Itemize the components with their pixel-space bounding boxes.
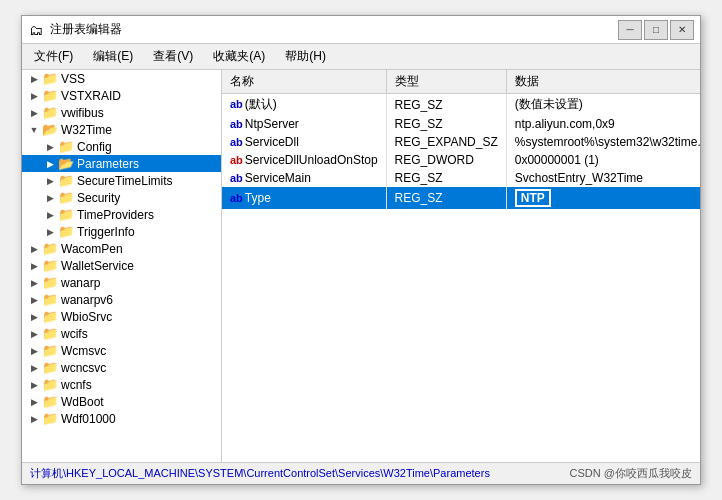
folder-open-icon-parameters: 📂 [58,156,74,171]
tree-arrow-timeproviders: ▶ [42,210,58,220]
tree-item-security[interactable]: ▶ 📁 Security [22,189,221,206]
reg-type-icon: ab [230,154,243,166]
main-content: ▶ 📁 VSS ▶ 📁 VSTXRAID ▶ 📁 vwifibus ▼ 📂 W3… [22,70,700,462]
menu-view[interactable]: 查看(V) [145,46,201,67]
cell-data: 0x00000001 (1) [506,151,700,169]
tree-item-wdboot[interactable]: ▶ 📁 WdBoot [22,393,221,410]
menu-help[interactable]: 帮助(H) [277,46,334,67]
tree-item-wcifs[interactable]: ▶ 📁 wcifs [22,325,221,342]
menu-edit[interactable]: 编辑(E) [85,46,141,67]
table-row[interactable]: abServiceDllUnloadOnStopREG_DWORD0x00000… [222,151,700,169]
tree-item-vstxraid[interactable]: ▶ 📁 VSTXRAID [22,87,221,104]
status-watermark: CSDN @你咬西瓜我咬皮 [570,466,692,481]
table-row[interactable]: abTypeREG_SZNTP [222,187,700,209]
folder-icon-wcifs: 📁 [42,326,58,341]
tree-item-triggerinfo[interactable]: ▶ 📁 TriggerInfo [22,223,221,240]
table-row[interactable]: abServiceDllREG_EXPAND_SZ%systemroot%\sy… [222,133,700,151]
title-bar-controls: ─ □ ✕ [618,20,694,40]
tree-label-wcncsvc: wcncsvc [61,361,106,375]
tree-arrow-wdf01000: ▶ [26,414,42,424]
folder-open-icon-w32time: 📂 [42,122,58,137]
tree-label-wanarpv6: wanarpv6 [61,293,113,307]
registry-tree: ▶ 📁 VSS ▶ 📁 VSTXRAID ▶ 📁 vwifibus ▼ 📂 W3… [22,70,222,462]
column-header-data[interactable]: 数据 [506,70,700,94]
cell-name: abServiceMain [222,169,386,187]
maximize-button[interactable]: □ [644,20,668,40]
cell-type: REG_SZ [386,187,506,209]
table-row[interactable]: abServiceMainREG_SZSvchostEntry_W32Time [222,169,700,187]
tree-item-parameters[interactable]: ▶ 📂 Parameters [22,155,221,172]
folder-icon-wanarp: 📁 [42,275,58,290]
cell-name: abType [222,187,386,209]
tree-item-w32time[interactable]: ▼ 📂 W32Time [22,121,221,138]
menu-favorites[interactable]: 收藏夹(A) [205,46,273,67]
tree-item-wcnfs[interactable]: ▶ 📁 wcnfs [22,376,221,393]
tree-item-wanarpv6[interactable]: ▶ 📁 wanarpv6 [22,291,221,308]
tree-arrow-wcnfs: ▶ [26,380,42,390]
tree-item-wdf01000[interactable]: ▶ 📁 Wdf01000 [22,410,221,427]
folder-icon-walletservice: 📁 [42,258,58,273]
folder-icon-wcnfs: 📁 [42,377,58,392]
tree-label-wcnfs: wcnfs [61,378,92,392]
table-row[interactable]: abNtpServerREG_SZntp.aliyun.com,0x9 [222,115,700,133]
folder-icon-wcmsvc: 📁 [42,343,58,358]
tree-arrow-walletservice: ▶ [26,261,42,271]
folder-icon-triggerinfo: 📁 [58,224,74,239]
tree-item-securetime[interactable]: ▶ 📁 SecureTimeLimits [22,172,221,189]
tree-arrow-vstxraid: ▶ [26,91,42,101]
tree-item-wanarp[interactable]: ▶ 📁 wanarp [22,274,221,291]
tree-item-walletservice[interactable]: ▶ 📁 WalletService [22,257,221,274]
tree-item-wacompen[interactable]: ▶ 📁 WacomPen [22,240,221,257]
cell-data: NTP [506,187,700,209]
status-path: 计算机\HKEY_LOCAL_MACHINE\SYSTEM\CurrentCon… [30,466,490,481]
tree-label-w32time: W32Time [61,123,112,137]
tree-arrow-securetime: ▶ [42,176,58,186]
folder-icon-wcncsvc: 📁 [42,360,58,375]
tree-item-wcmsvc[interactable]: ▶ 📁 Wcmsvc [22,342,221,359]
folder-icon-vstxraid: 📁 [42,88,58,103]
menu-file[interactable]: 文件(F) [26,46,81,67]
tree-label-timeproviders: TimeProviders [77,208,154,222]
close-button[interactable]: ✕ [670,20,694,40]
cell-data: SvchostEntry_W32Time [506,169,700,187]
tree-label-vstxraid: VSTXRAID [61,89,121,103]
tree-item-wcncsvc[interactable]: ▶ 📁 wcncsvc [22,359,221,376]
tree-item-config[interactable]: ▶ 📁 Config [22,138,221,155]
tree-arrow-triggerinfo: ▶ [42,227,58,237]
tree-item-vwifibus[interactable]: ▶ 📁 vwifibus [22,104,221,121]
folder-icon-wdf01000: 📁 [42,411,58,426]
app-icon: 🗂 [28,22,44,38]
reg-type-icon: ab [230,172,243,184]
menu-bar: 文件(F) 编辑(E) 查看(V) 收藏夹(A) 帮助(H) [22,44,700,70]
tree-arrow-wanarpv6: ▶ [26,295,42,305]
reg-type-icon: ab [230,136,243,148]
title-bar-left: 🗂 注册表编辑器 [28,21,122,38]
cell-type: REG_SZ [386,94,506,116]
tree-arrow-vwifibus: ▶ [26,108,42,118]
tree-item-timeproviders[interactable]: ▶ 📁 TimeProviders [22,206,221,223]
folder-icon-security: 📁 [58,190,74,205]
tree-label-vwifibus: vwifibus [61,106,104,120]
tree-arrow-wcncsvc: ▶ [26,363,42,373]
table-row[interactable]: ab(默认)REG_SZ(数值未设置) [222,94,700,116]
minimize-button[interactable]: ─ [618,20,642,40]
cell-data: ntp.aliyun.com,0x9 [506,115,700,133]
tree-label-triggerinfo: TriggerInfo [77,225,135,239]
folder-icon-wbiosrvc: 📁 [42,309,58,324]
folder-icon-vwifibus: 📁 [42,105,58,120]
tree-item-wbiosrvc[interactable]: ▶ 📁 WbioSrvc [22,308,221,325]
tree-arrow-security: ▶ [42,193,58,203]
folder-icon-vss: 📁 [42,71,58,86]
tree-label-config: Config [77,140,112,154]
title-bar: 🗂 注册表编辑器 ─ □ ✕ [22,16,700,44]
tree-label-wdboot: WdBoot [61,395,104,409]
tree-item-vss[interactable]: ▶ 📁 VSS [22,70,221,87]
window-title: 注册表编辑器 [50,21,122,38]
folder-icon-timeproviders: 📁 [58,207,74,222]
tree-arrow-w32time: ▼ [26,125,42,135]
cell-type: REG_EXPAND_SZ [386,133,506,151]
cell-type: REG_SZ [386,169,506,187]
column-header-type[interactable]: 类型 [386,70,506,94]
column-header-name[interactable]: 名称 [222,70,386,94]
tree-arrow-config: ▶ [42,142,58,152]
